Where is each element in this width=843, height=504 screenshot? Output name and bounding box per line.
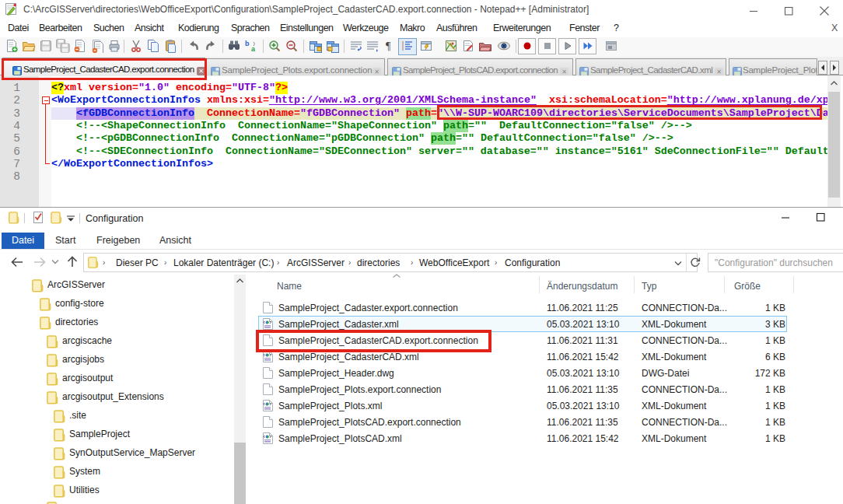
svg-text:b: b (245, 40, 250, 47)
svg-text:a: a (251, 45, 256, 53)
svg-text:¶: ¶ (386, 40, 391, 52)
